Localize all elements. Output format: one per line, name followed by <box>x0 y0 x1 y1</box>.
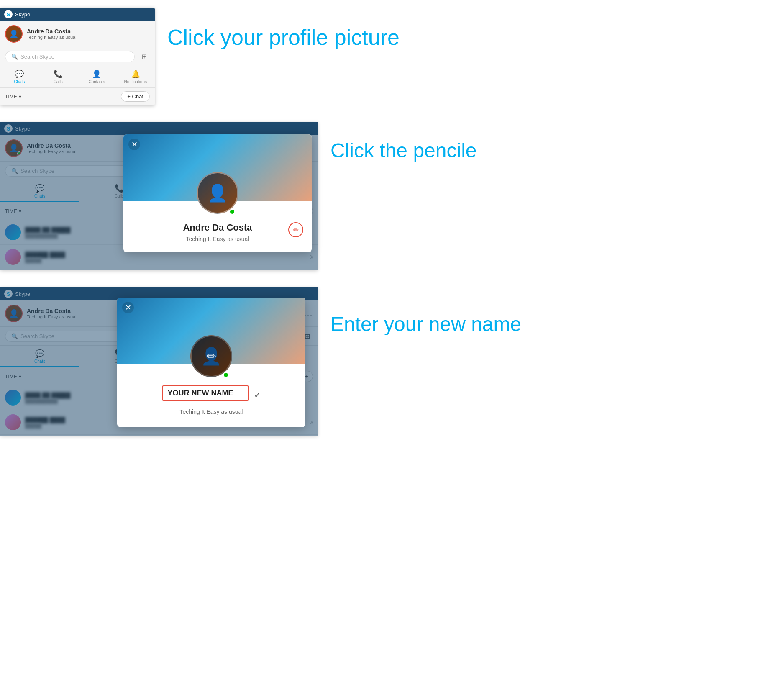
tab-chats-label-2: Chats <box>34 194 45 198</box>
section3: S Skype 👤 Andre Da Costa Teching It Easy… <box>0 283 784 448</box>
time-label-3[interactable]: TIME ▾ <box>5 374 21 380</box>
app-title-1: Skype <box>15 11 30 18</box>
search-icon-1: 🔍 <box>11 54 18 60</box>
time-text-3: TIME <box>5 374 17 380</box>
name-edit-row: ✓ <box>126 385 297 404</box>
close-button-edit[interactable]: ✕ <box>122 302 134 313</box>
avatar-face-3: 👤 <box>6 305 22 321</box>
chat-avatar-item-1 <box>5 224 21 240</box>
chat-preview-2: █████ <box>25 258 305 263</box>
chat-icon-2: 💬 <box>35 184 44 193</box>
titlebar-2: S Skype <box>0 122 318 135</box>
toolbar-1: TIME ▾ + Chat <box>0 88 155 105</box>
skype-logo-1: S <box>4 10 13 18</box>
chevron-down-icon-2: ▾ <box>19 208 21 214</box>
chat-icon-3: 💬 <box>35 349 44 358</box>
close-button[interactable]: ✕ <box>128 139 140 150</box>
tab-notifications-label-1: Notifications <box>124 80 147 84</box>
user-name-2: Andre Da Costa <box>27 142 77 149</box>
section2: S Skype 👤 Andre Da Costa Teching It Easy… <box>0 118 784 283</box>
search-placeholder-1: Search Skype <box>20 54 54 60</box>
search-placeholder-3: Search Skype <box>20 333 54 339</box>
tab-notifications-1[interactable]: 🔔 Notifications <box>116 66 155 87</box>
search-icon-2: 🔍 <box>11 168 18 174</box>
edit-pencil-button[interactable]: ✏ <box>288 222 303 237</box>
tab-chats-label-3: Chats <box>34 359 45 364</box>
avatar-3[interactable]: 👤 <box>5 305 23 322</box>
avatar-1[interactable]: 👤 <box>5 25 23 43</box>
pencil-overlay[interactable]: ✏ <box>190 335 232 377</box>
skype-window-1: S Skype 👤 Andre Da Costa Teching It Easy… <box>0 8 155 105</box>
pencil-icon: ✏ <box>293 226 299 234</box>
chat-icon-1: 💬 <box>15 69 24 79</box>
profile-avatar-face: 👤 <box>207 183 228 203</box>
skype-logo-3: S <box>4 290 13 298</box>
tab-chats-2[interactable]: 💬 Chats <box>0 180 79 202</box>
tab-chats-3[interactable]: 💬 Chats <box>0 346 79 367</box>
confirm-name-button[interactable]: ✓ <box>254 390 261 400</box>
online-indicator-2 <box>17 151 21 156</box>
name-input-container[interactable] <box>162 385 249 401</box>
section2-instruction: Click the pencile <box>318 122 489 163</box>
tab-contacts-label-1: Contacts <box>89 80 105 84</box>
chat-avatar-item-3 <box>5 390 21 406</box>
tagline-underlined: Teching It Easy as usual <box>169 408 253 417</box>
search-icon-3: 🔍 <box>11 333 18 339</box>
profile-panel: ✕ 👤 Andre Da Costa Teching It Easy as us… <box>123 134 312 252</box>
app-title-3: Skype <box>15 291 30 297</box>
time-label-1[interactable]: TIME ▾ <box>5 94 21 100</box>
chat-avatar-item-2 <box>5 249 21 265</box>
section3-instruction: Enter your new name <box>318 287 534 336</box>
grid-icon-1[interactable]: ⊞ <box>138 51 150 62</box>
user-status-3: Teching It Easy as usual <box>27 314 77 319</box>
skype-window-2: S Skype 👤 Andre Da Costa Teching It Easy… <box>0 122 318 270</box>
time-text-2: TIME <box>5 208 17 214</box>
chat-time-4: 8/ <box>310 420 313 425</box>
call-icon-1: 📞 <box>54 69 63 79</box>
app-title-2: Skype <box>15 126 30 132</box>
chat-text-2: ██████ ████ █████ <box>25 252 305 263</box>
search-bar-1: 🔍 Search Skype ⊞ <box>0 47 155 66</box>
profile-tagline: Teching It Easy as usual <box>132 236 303 242</box>
chevron-down-icon-3: ▾ <box>19 374 21 380</box>
tab-contacts-1[interactable]: 👤 Contacts <box>77 66 116 87</box>
profile-tagline-edit: Teching It Easy as usual <box>126 408 297 417</box>
profile-panel-edit: ✕ 👤 ✏ ✓ Teching It Easy as us <box>117 298 305 427</box>
profile-header-bg: ✕ 👤 <box>123 134 312 201</box>
bell-icon-1: 🔔 <box>131 69 140 79</box>
section1-instruction: Click your profile picture <box>155 8 412 50</box>
user-status-2: Teching It Easy as usual <box>27 149 77 154</box>
skype-logo-2: S <box>4 124 13 133</box>
more-button-3[interactable]: ... <box>304 309 313 318</box>
time-text-1: TIME <box>5 94 17 100</box>
chat-avatar-item-4 <box>5 414 21 430</box>
search-placeholder-2: Search Skype <box>20 168 54 174</box>
tab-chats-label-1: Chats <box>14 80 25 84</box>
tab-calls-1[interactable]: 📞 Calls <box>39 66 78 87</box>
user-name-3: Andre Da Costa <box>27 308 77 314</box>
user-info-2: Andre Da Costa Teching It Easy as usual <box>27 142 77 154</box>
user-name-1: Andre Da Costa <box>27 28 77 35</box>
call-icon-2: 📞 <box>115 184 124 193</box>
search-input-wrap-1[interactable]: 🔍 Search Skype <box>5 51 135 62</box>
titlebar-1: S Skype <box>0 8 155 21</box>
profile-name: Andre Da Costa <box>132 222 303 233</box>
chevron-down-icon-1: ▾ <box>19 94 21 100</box>
user-row-2: 👤 Andre Da Costa Teching It Easy as usua… <box>5 139 77 157</box>
profile-online-dot-edit <box>223 372 229 378</box>
user-row-1: 👤 Andre Da Costa Teching It Easy as usua… <box>5 25 77 43</box>
user-status-1: Teching It Easy as usual <box>27 35 77 40</box>
name-input-field[interactable] <box>168 389 243 398</box>
pencil-overlay-icon: ✏ <box>207 349 216 363</box>
new-chat-button-1[interactable]: + Chat <box>121 91 150 102</box>
user-info-3: Andre Da Costa Teching It Easy as usual <box>27 308 77 319</box>
profile-header-bg-edit: ✕ 👤 ✏ <box>117 298 305 364</box>
user-header-1: 👤 Andre Da Costa Teching It Easy as usua… <box>0 21 155 47</box>
avatar-2[interactable]: 👤 <box>5 139 23 157</box>
more-button-1[interactable]: ... <box>141 30 150 38</box>
time-label-2[interactable]: TIME ▾ <box>5 208 21 214</box>
profile-body: Andre Da Costa Teching It Easy as usual … <box>123 201 312 252</box>
user-row-3: 👤 Andre Da Costa Teching It Easy as usua… <box>5 305 77 322</box>
tab-chats-1[interactable]: 💬 Chats <box>0 66 39 87</box>
tab-calls-label-2: Calls <box>115 194 124 198</box>
